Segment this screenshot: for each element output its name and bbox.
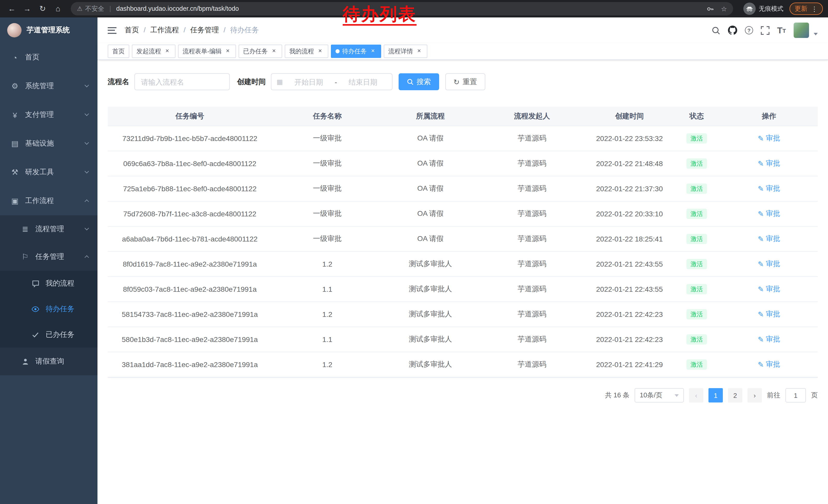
breadcrumb-item[interactable]: 首页 <box>125 26 150 35</box>
column-header: 状态 <box>673 111 720 121</box>
breadcrumb-item[interactable]: 工作流程 <box>150 26 190 35</box>
approve-link[interactable]: ✎ 审批 <box>758 260 780 269</box>
breadcrumb-item[interactable]: 待办任务 <box>230 26 259 35</box>
sidebar-item-infrastructure[interactable]: ▤ 基础设施 <box>0 129 97 158</box>
menu-dots-icon[interactable]: ⋮ <box>811 5 818 12</box>
goto-page-input[interactable] <box>785 388 806 403</box>
pencil-icon: ✎ <box>758 310 763 318</box>
breadcrumb: 首页 工作流程 任务管理 待办任务 <box>125 26 259 35</box>
star-icon[interactable]: ☆ <box>721 5 727 12</box>
sidebar-item-payment[interactable]: ¥ 支付管理 <box>0 100 97 129</box>
approve-link-label: 审批 <box>766 260 780 269</box>
create-time-cell: 2022-01-21 22:43:55 <box>586 285 673 293</box>
approve-link[interactable]: ✎ 审批 <box>758 209 780 218</box>
search-icon[interactable] <box>711 26 720 35</box>
approve-link[interactable]: ✎ 审批 <box>758 360 780 369</box>
tab-label: 已办任务 <box>243 47 268 56</box>
sidebar-item-workflow[interactable]: ▣ 工作流程 <box>0 187 97 215</box>
user-avatar[interactable] <box>794 22 809 38</box>
yen-icon: ¥ <box>10 110 19 119</box>
table-row: 580e1b3d-7ac8-11ec-a9e2-a2380e71991a 1.1… <box>108 327 818 352</box>
tab-label: 我的流程 <box>289 47 314 56</box>
process-cell: OA 请假 <box>383 134 478 143</box>
sidebar-item-my-process[interactable]: 我的流程 <box>0 271 97 296</box>
sidebar-item-system[interactable]: ⚙ 系统管理 <box>0 72 97 100</box>
next-page-button[interactable]: › <box>747 388 762 403</box>
tab-chip[interactable]: 流程详情 × <box>384 45 427 58</box>
page-size-select[interactable]: 10条/页 <box>634 388 684 403</box>
start-date-input[interactable] <box>285 77 333 86</box>
page-button-2[interactable]: 2 <box>728 388 742 403</box>
search-button-label: 搜索 <box>417 77 431 86</box>
tab-chip[interactable]: 流程表单-编辑 × <box>178 45 236 58</box>
breadcrumb-item[interactable]: 任务管理 <box>190 26 230 35</box>
check-icon <box>31 331 40 338</box>
app-logo[interactable]: 芋道管理系统 <box>0 17 97 43</box>
date-range-picker[interactable]: ▦ - <box>271 73 392 90</box>
github-icon[interactable] <box>728 26 737 35</box>
tab-chip[interactable]: 待办任务 × <box>331 45 381 58</box>
starter-cell: 芋道源码 <box>478 184 586 193</box>
reload-icon[interactable]: ↻ <box>36 2 49 15</box>
update-button[interactable]: 更新 ⋮ <box>790 3 823 15</box>
approve-link[interactable]: ✎ 审批 <box>758 284 780 294</box>
tab-chip[interactable]: 已办任务 × <box>239 45 282 58</box>
close-icon[interactable]: × <box>224 48 232 55</box>
page-button-1[interactable]: 1 <box>708 388 723 403</box>
task-id-cell: 381aa1dd-7ac8-11ec-a9e2-a2380e71991a <box>108 360 272 369</box>
menu-label: 研发工具 <box>25 168 54 177</box>
starter-cell: 芋道源码 <box>478 234 586 243</box>
fullscreen-icon[interactable] <box>761 26 770 35</box>
table-row: 75d72608-7b7f-11ec-a3c8-acde48001122 一级审… <box>108 201 818 227</box>
status-badge: 激活 <box>687 234 707 244</box>
status-badge: 激活 <box>687 359 707 370</box>
end-date-input[interactable] <box>339 77 387 86</box>
menu-label: 请假查询 <box>35 357 64 366</box>
task-id-cell: a6aba0a4-7b6d-11ec-b781-acde48001122 <box>108 235 272 243</box>
approve-link[interactable]: ✎ 审批 <box>758 335 780 344</box>
create-time-cell: 2022-01-21 22:43:55 <box>586 260 673 268</box>
key-icon[interactable] <box>707 5 714 12</box>
table-row: 381aa1dd-7ac8-11ec-a9e2-a2380e71991a 1.2… <box>108 352 818 377</box>
close-icon[interactable]: × <box>271 48 278 55</box>
close-icon[interactable]: × <box>369 48 377 55</box>
close-icon[interactable]: × <box>164 48 171 55</box>
column-header: 任务编号 <box>108 111 272 121</box>
close-icon[interactable]: × <box>317 48 324 55</box>
reset-button[interactable]: ↻ 重置 <box>445 73 485 90</box>
action-cell: ✎ 审批 <box>720 284 818 294</box>
approve-link[interactable]: ✎ 审批 <box>758 234 780 243</box>
font-size-icon[interactable] <box>777 26 786 35</box>
help-icon[interactable] <box>745 26 753 34</box>
sidebar-item-task-mgmt[interactable]: ⚐ 任务管理 <box>0 243 97 271</box>
forward-icon[interactable]: → <box>20 2 34 15</box>
tab-chip[interactable]: 首页 <box>108 45 129 58</box>
tab-chip[interactable]: 我的流程 × <box>285 45 328 58</box>
close-icon[interactable]: × <box>416 48 423 55</box>
sidebar-item-home[interactable]: ◔ 首页 <box>0 43 97 72</box>
approve-link[interactable]: ✎ 审批 <box>758 310 780 319</box>
home-icon[interactable]: ⌂ <box>51 2 65 15</box>
approve-link[interactable]: ✎ 审批 <box>758 159 780 168</box>
approve-link[interactable]: ✎ 审批 <box>758 134 780 143</box>
sidebar-item-todo-task[interactable]: 待办任务 <box>0 296 97 322</box>
table-header-row: 任务编号 任务名称 所属流程 流程发起人 创建时间 状态 操作 <box>108 107 818 126</box>
sidebar-collapse-icon[interactable] <box>108 27 117 34</box>
search-button[interactable]: 搜索 <box>399 73 439 90</box>
action-cell: ✎ 审批 <box>720 335 818 344</box>
prev-page-button[interactable]: ‹ <box>689 388 703 403</box>
back-icon[interactable]: ← <box>5 2 18 15</box>
chevron-down-icon <box>84 140 89 145</box>
security-label[interactable]: 不安全 <box>85 4 105 13</box>
process-name-input[interactable] <box>134 73 230 90</box>
incognito-icon <box>743 3 756 15</box>
sidebar-item-process-mgmt[interactable]: ≣ 流程管理 <box>0 215 97 243</box>
approve-link[interactable]: ✎ 审批 <box>758 184 780 193</box>
sidebar-item-done-task[interactable]: 已办任务 <box>0 322 97 348</box>
range-separator: - <box>335 78 337 86</box>
sidebar-item-devtools[interactable]: ⚒ 研发工具 <box>0 158 97 187</box>
chevron-down-icon[interactable] <box>814 33 818 35</box>
sidebar-item-leave-query[interactable]: 请假查询 <box>0 348 97 375</box>
status-cell: 激活 <box>673 284 720 294</box>
tab-chip[interactable]: 发起流程 × <box>132 45 175 58</box>
